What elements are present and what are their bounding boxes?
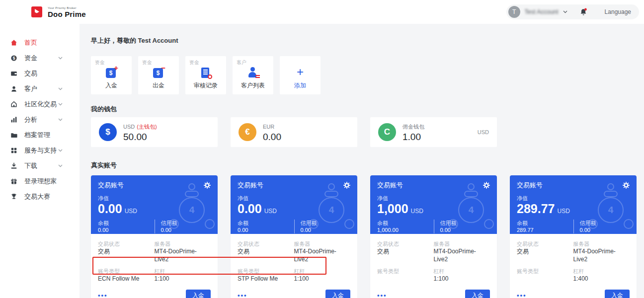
sidebar-item-trade[interactable]: 交易: [0, 66, 80, 81]
account-card-title: 交易账号: [98, 181, 124, 189]
balance-value: 1,000.00: [377, 226, 434, 233]
avatar[interactable]: T: [508, 6, 520, 18]
leverage-value: 1:400: [573, 275, 630, 283]
deposit-button[interactable]: 入金: [465, 290, 490, 298]
doo-prime-logo[interactable]: Your Priority Broker Doo Prime: [31, 5, 86, 18]
home-icon: [10, 39, 17, 46]
sidebar-item-intrade-login[interactable]: 登录理想家: [0, 173, 80, 189]
sidebar-item-clients[interactable]: 客户: [0, 81, 80, 96]
accounts-grid: 4 交易账号 净值 0.00USD 余额0.00 信用额0.00: [91, 175, 644, 298]
top-header: Your Priority Broker Doo Prime T Test Ac…: [0, 0, 644, 24]
equity-value: 289.77: [517, 202, 555, 216]
wallet-amount: 50.00: [123, 131, 157, 143]
sidebar-item-download[interactable]: 下载: [0, 158, 80, 173]
deposit-button[interactable]: 入金: [325, 290, 350, 298]
wallet-icon: [10, 70, 17, 77]
sidebar-item-funds[interactable]: $ 资金: [0, 50, 80, 66]
wallet-card-eur[interactable]: € EUR 0.00: [231, 117, 357, 147]
status-value: 交易: [377, 247, 434, 255]
account-card-3: 4 交易账号 净值 1,000USD 余额1,000.00 信用额0.00: [370, 175, 497, 298]
account-card-4: 4 交易账号 净值 289.77USD 余额289.77 信用额0.00: [510, 175, 637, 298]
client-list-icon: [246, 67, 259, 79]
gear-icon[interactable]: [623, 182, 630, 189]
language-button[interactable]: Language: [605, 8, 631, 15]
account-type-value: ECN Follow Me: [98, 275, 155, 283]
account-card-2: 4 交易账号 净值 0.00USD 余额0.00 信用额0.00: [231, 175, 357, 298]
equity-value: 0.00: [238, 202, 262, 216]
gear-icon[interactable]: [483, 182, 490, 189]
withdraw-icon: $−: [152, 67, 165, 79]
sidebar-item-file-management[interactable]: 档案管理: [0, 127, 80, 143]
account-card-title: 交易账号: [377, 181, 403, 189]
more-actions-button[interactable]: •••: [238, 291, 247, 298]
usd-wallet-icon: $: [99, 123, 117, 141]
more-actions-button[interactable]: •••: [377, 291, 387, 298]
leverage-value: 1:100: [434, 275, 490, 283]
download-icon: [10, 162, 17, 169]
sidebar-item-community-trading[interactable]: 社区化交易: [0, 96, 80, 112]
status-value: 交易: [238, 247, 294, 255]
doo-prime-logo-icon: [31, 5, 44, 18]
balance-value: 0.00: [238, 226, 294, 233]
gear-icon[interactable]: [343, 182, 350, 189]
chevron-down-icon: [58, 87, 63, 90]
status-value: 交易: [517, 247, 573, 255]
status-value: 交易: [98, 247, 155, 255]
chevron-down-icon[interactable]: [563, 10, 567, 13]
quick-card-deposit[interactable]: 资金 $+ 入金: [91, 56, 132, 94]
deposit-button[interactable]: 入金: [605, 290, 630, 298]
balance-value: 289.77: [517, 226, 573, 233]
equity-value: 1,000: [377, 202, 408, 216]
commission-wallet-icon: C: [378, 123, 396, 141]
quick-card-add[interactable]: + 添加: [280, 56, 321, 94]
add-icon: +: [294, 67, 307, 79]
credit-value: 0.00: [161, 226, 211, 233]
account-type-value: [517, 275, 573, 283]
credit-value: 0.00: [440, 226, 490, 233]
community-icon: [10, 101, 17, 108]
more-actions-button[interactable]: •••: [98, 291, 108, 298]
sidebar-item-home[interactable]: 首页: [0, 35, 80, 50]
wallet-amount: 0.00: [263, 131, 281, 143]
account-card-title: 交易账号: [517, 181, 543, 189]
leverage-value: 1:100: [155, 275, 211, 283]
gear-icon[interactable]: [204, 182, 211, 189]
logo-tagline: Your Priority Broker: [48, 6, 86, 9]
equity-value: 0.00: [98, 202, 122, 216]
quick-card-audit-records[interactable]: 资金 审核记录: [185, 56, 226, 94]
wallet-grid: $ USD(主钱包) 50.00 € EUR 0.00 C 佣金钱包 1.00: [91, 117, 644, 147]
account-type-value: [377, 275, 434, 283]
credit-value: 0.00: [580, 226, 630, 233]
leverage-value: 1:100: [294, 275, 351, 283]
sidebar-item-service-support[interactable]: 服务与支持: [0, 143, 80, 158]
person-icon: [10, 85, 17, 92]
account-card-1: 4 交易账号 净值 0.00USD 余额0.00 信用额0.00: [91, 175, 218, 298]
server-value: MT4-DooPrime-Live2: [434, 247, 490, 263]
svg-text:$: $: [13, 56, 15, 61]
header-user-area: T Test Account Language: [506, 4, 639, 19]
quick-card-withdraw[interactable]: 资金 $− 出金: [138, 56, 179, 94]
audit-records-icon: [199, 67, 212, 79]
sidebar-item-trading-contest[interactable]: 交易大赛: [0, 189, 80, 204]
server-value: MT4-DooPrime-Live2: [294, 247, 351, 263]
wallet-card-commission[interactable]: C 佣金钱包 1.00 USD: [370, 117, 497, 147]
account-type-value: STP Follow Me: [238, 275, 294, 283]
chevron-down-icon: [58, 118, 63, 121]
more-actions-button[interactable]: •••: [517, 291, 527, 298]
deposit-icon: $+: [105, 67, 118, 79]
server-value: MT4-DooPrime-Live2: [155, 247, 211, 263]
chevron-down-icon: [58, 57, 63, 60]
main-content: 早上好，尊敬的 Test Account 资金 $+ 入金 资金 $− 出金 资…: [80, 24, 644, 298]
notification-bell-icon[interactable]: [580, 8, 587, 16]
funds-icon: $: [10, 55, 17, 62]
gift-icon: [10, 178, 17, 185]
quick-actions: 资金 $+ 入金 资金 $− 出金 资金 审核记录: [91, 56, 644, 94]
accounts-section-title: 真实账号: [91, 162, 644, 169]
chevron-down-icon: [58, 164, 63, 167]
wallet-card-usd[interactable]: $ USD(主钱包) 50.00: [91, 117, 218, 147]
deposit-button[interactable]: 入金: [186, 290, 211, 298]
quick-card-client-list[interactable]: 客户 客户列表: [233, 56, 273, 94]
sidebar-item-analytics[interactable]: 分析: [0, 112, 80, 127]
user-name[interactable]: Test Account: [525, 8, 559, 15]
server-value: MT4-DooPrime-Live2: [573, 247, 630, 263]
